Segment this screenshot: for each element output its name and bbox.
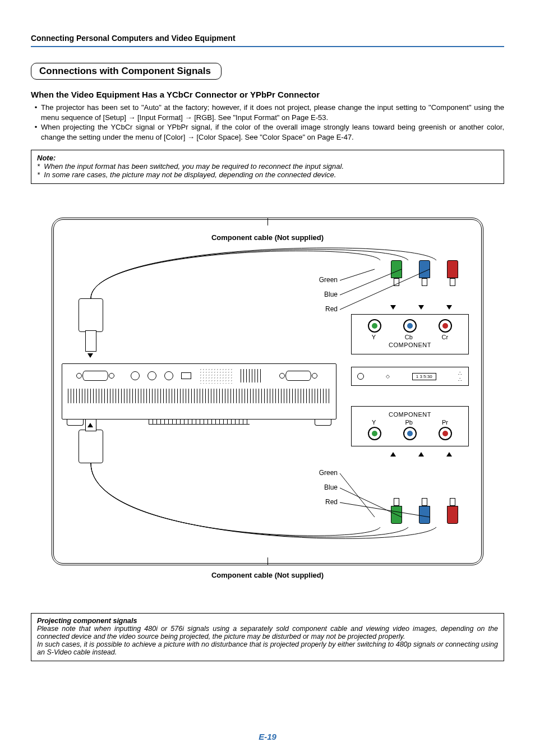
arrow-up-icon	[418, 452, 424, 457]
jack-label: Pr	[442, 419, 448, 426]
jack-label: Y	[372, 334, 376, 340]
rca-jack-green-icon	[368, 319, 381, 333]
bullet-list: • The projector has been set to "Auto" a…	[31, 103, 504, 142]
port-icon	[357, 373, 364, 380]
usb-port-icon	[181, 372, 191, 379]
color-label: Red	[319, 498, 338, 513]
projector-foot-icon	[67, 419, 84, 426]
bullet-text: When projecting the YCbCr signal or YPbP…	[41, 122, 504, 142]
bullet-marker: •	[31, 122, 41, 142]
note-line: * When the input format has been switche…	[37, 162, 498, 170]
vga-plug-icon	[79, 298, 103, 332]
component-label: COMPONENT	[357, 342, 463, 348]
vent-icon	[241, 369, 263, 382]
subheading: When the Video Equipment Has a YCbCr Con…	[31, 90, 504, 99]
note-title: Note:	[37, 154, 498, 162]
rca-jack-blue-icon	[403, 427, 417, 440]
rca-jack-blue-icon	[403, 319, 417, 333]
vga-port-icon	[82, 371, 108, 381]
rca-plug-green-icon	[390, 496, 403, 524]
rca-plug-red-icon	[446, 496, 459, 524]
note-line: * In some rare cases, the picture may no…	[37, 170, 498, 179]
bottom-note-body: Please note that when inputting 480i or …	[37, 625, 498, 656]
color-label: Green	[319, 469, 338, 483]
cable-label-top: Component cable (Not supplied)	[64, 233, 471, 242]
arrow-up-icon	[446, 452, 452, 457]
note-box: Note: * When the input format has been s…	[31, 150, 504, 184]
rca-jack-red-icon	[439, 427, 452, 440]
bullet-marker: •	[31, 103, 41, 122]
note-text: When the input format has been switched,…	[44, 162, 344, 170]
color-labels-top: Green Blue Red	[319, 276, 338, 320]
vent-slots-icon	[149, 419, 250, 425]
arrow-down-icon	[446, 305, 452, 310]
jack-panel-ycbcr: Y Cb Cr COMPONENT	[351, 314, 469, 354]
page-number: E-19	[0, 732, 535, 741]
stub-line	[268, 557, 268, 565]
plug-row-top	[390, 260, 459, 288]
speaker-grille-icon	[199, 368, 233, 384]
plug-row-bottom	[390, 496, 459, 524]
color-label: Blue	[319, 483, 338, 498]
rca-plug-blue-icon	[418, 260, 431, 288]
stub-line	[268, 218, 268, 225]
diagram-frame: Component cable (Not supplied) Y	[52, 218, 483, 565]
display-readout: 1 3 5:30	[412, 373, 436, 380]
rca-plug-green-icon	[390, 260, 403, 288]
button-cluster-icon: ∴∴	[458, 370, 463, 382]
jack-label: Cb	[405, 334, 413, 340]
arrow-down-icon	[390, 305, 396, 310]
color-labels-bottom: Green Blue Red	[319, 469, 338, 513]
rca-plug-red-icon	[446, 260, 459, 288]
component-label: COMPONENT	[357, 411, 463, 418]
bottom-note-box: Projecting component signals Please note…	[31, 613, 504, 661]
audio-port-icon	[164, 371, 173, 380]
knob-icon: ◇	[386, 374, 390, 379]
audio-port-icon	[147, 371, 156, 380]
svg-line-0	[340, 269, 375, 280]
color-label: Red	[319, 305, 338, 320]
arrow-down-icon	[418, 305, 424, 310]
svg-line-3	[340, 473, 375, 517]
color-label: Blue	[319, 291, 338, 305]
arrow-up-icon	[390, 452, 396, 457]
cable-label-bottom: Component cable (Not supplied)	[52, 571, 483, 579]
bullet-text: The projector has been set to "Auto" at …	[41, 103, 504, 122]
svideo-port-icon	[131, 371, 140, 380]
rca-plug-blue-icon	[418, 496, 431, 524]
jack-label: Cr	[442, 334, 449, 340]
page-header: Connecting Personal Computers and Video …	[31, 34, 504, 47]
device-strip: ◇ 1 3 5:30 ∴∴	[351, 367, 469, 386]
bottom-note-title: Projecting component signals	[37, 617, 498, 625]
vga-plug-icon	[79, 430, 103, 463]
rca-jack-green-icon	[368, 427, 381, 440]
diagram: Component cable (Not supplied) Y	[52, 218, 483, 579]
section-title: Connections with Component Signals	[31, 63, 222, 80]
jack-label: Y	[372, 419, 376, 426]
rca-jack-red-icon	[439, 319, 452, 333]
jack-panel-ypbpr: COMPONENT Y Pb Pr	[351, 406, 469, 446]
color-label: Green	[319, 276, 338, 291]
note-text: In some rare cases, the picture may not …	[44, 170, 336, 179]
projector-icon	[62, 363, 336, 420]
arrow-down-icon	[87, 353, 93, 358]
vga-port-icon	[285, 371, 311, 381]
projector-foot-icon	[315, 419, 331, 426]
jack-label: Pb	[405, 419, 412, 426]
